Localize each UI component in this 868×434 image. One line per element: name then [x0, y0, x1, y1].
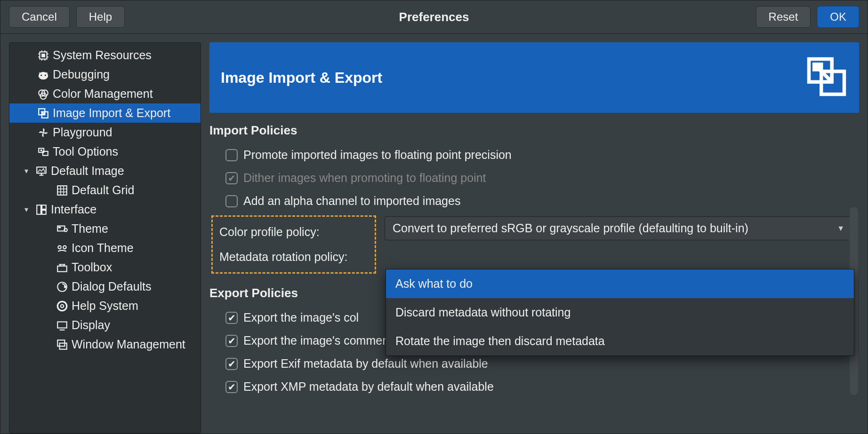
alpha-label: Add an alpha channel to imported images [243, 194, 460, 208]
reset-button[interactable]: Reset [756, 6, 811, 28]
toolbox-icon [56, 261, 69, 274]
sidebar-item-label: Color Management [53, 87, 153, 101]
grid-icon [56, 184, 69, 197]
dialog-defaults-icon [56, 280, 69, 293]
sidebar-item-interface[interactable]: ▾ Interface [9, 200, 201, 219]
color-circles-icon [37, 87, 50, 101]
dither-row: Dither images when promoting to floating… [209, 166, 857, 189]
svg-point-39 [64, 285, 66, 287]
sidebar-item-label: Window Management [72, 338, 185, 351]
svg-rect-24 [57, 186, 67, 195]
content-area: Import Policies Promote imported images … [209, 113, 859, 434]
metadata-rotation-dropdown: Ask what to do Discard metadata without … [386, 269, 854, 356]
export-xmp-checkbox[interactable] [225, 381, 238, 393]
sidebar-item-label: Playground [53, 126, 112, 139]
sidebar-item-color-management[interactable]: Color Management [9, 84, 201, 103]
tool-options-icon [37, 145, 50, 158]
svg-rect-34 [58, 227, 60, 228]
sidebar-item-label: Theme [72, 222, 108, 236]
ok-button[interactable]: OK [817, 6, 859, 28]
chevron-down-icon: ▼ [837, 224, 844, 233]
sidebar-item-playground[interactable]: Playground [9, 123, 201, 142]
alpha-row[interactable]: Add an alpha channel to imported images [209, 189, 857, 213]
svg-point-36 [63, 245, 66, 249]
promote-row[interactable]: Promote imported images to floating poin… [209, 143, 857, 166]
svg-point-33 [64, 228, 67, 231]
sidebar-item-label: Help System [72, 299, 138, 313]
svg-point-11 [40, 74, 42, 76]
chip-icon [37, 49, 50, 62]
color-profile-combo[interactable]: Convert to preferred sRGB or grayscale p… [385, 216, 852, 240]
help-button[interactable]: Help [76, 6, 125, 28]
sidebar-item-toolbox[interactable]: Toolbox [9, 258, 201, 277]
svg-rect-48 [812, 63, 823, 71]
sidebar-item-display[interactable]: Display [9, 316, 201, 335]
interface-icon [35, 203, 48, 216]
sidebar-item-label: Image Import & Export [53, 106, 170, 120]
export-comment-checkbox[interactable] [225, 335, 238, 347]
policy-highlight: Color profile policy: Metadata rotation … [211, 215, 376, 274]
sidebar-item-label: System Resources [53, 48, 152, 62]
export-color-checkbox[interactable] [225, 312, 238, 324]
sidebar-item-label: Icon Theme [72, 241, 134, 255]
sidebar-item-default-grid[interactable]: Default Grid [9, 181, 201, 200]
dropdown-option-discard[interactable]: Discard metadata without rotating [386, 298, 854, 327]
sidebar-item-label: Default Image [51, 164, 124, 178]
cancel-button[interactable]: Cancel [9, 6, 70, 28]
dither-checkbox [225, 172, 238, 184]
display-icon [56, 319, 69, 332]
export-color-label: Export the image's col [243, 311, 359, 324]
sidebar-item-tool-options[interactable]: Tool Options [9, 142, 201, 161]
monitor-icon [35, 165, 48, 178]
promote-checkbox[interactable] [225, 149, 238, 161]
svg-rect-31 [42, 210, 46, 214]
svg-rect-1 [42, 54, 45, 57]
dialog-title: Preferences [399, 10, 469, 24]
svg-point-41 [61, 304, 64, 308]
svg-point-35 [58, 245, 61, 249]
dropdown-option-ask[interactable]: Ask what to do [386, 269, 854, 298]
sidebar-item-label: Display [72, 318, 110, 332]
sidebar-item-debugging[interactable]: Debugging [9, 65, 201, 84]
sidebar-item-label: Dialog Defaults [72, 280, 152, 293]
help-system-icon [56, 300, 69, 313]
expander-icon: ▾ [24, 166, 32, 175]
svg-rect-29 [37, 205, 41, 214]
sidebar-item-system-resources[interactable]: System Resources [9, 46, 201, 65]
sidebar-item-theme[interactable]: Theme [9, 219, 201, 238]
export-exif-checkbox[interactable] [225, 358, 238, 370]
svg-point-12 [44, 74, 46, 76]
promote-label: Promote imported images to floating poin… [243, 148, 512, 162]
sidebar-item-dialog-defaults[interactable]: Dialog Defaults [9, 277, 201, 296]
sidebar-item-icon-theme[interactable]: Icon Theme [9, 238, 201, 258]
preferences-window: Cancel Help Preferences Reset OK System … [0, 0, 868, 434]
svg-point-40 [57, 301, 67, 311]
sidebar-item-label: Interface [51, 203, 96, 216]
export-exif-label: Export Exif metadata by default when ava… [243, 357, 488, 371]
sidebar-item-help-system[interactable]: Help System [9, 296, 201, 316]
wilber-icon [37, 68, 50, 81]
theme-icon [56, 222, 69, 236]
sidebar-item-window-management[interactable]: Window Management [9, 335, 201, 354]
export-xmp-row[interactable]: Export XMP metadata by default when avai… [209, 375, 857, 398]
window-management-icon [56, 338, 69, 351]
alpha-checkbox[interactable] [225, 195, 238, 207]
import-export-icon [37, 107, 50, 120]
dropdown-option-rotate[interactable]: Rotate the image then discard metadata [386, 327, 854, 355]
titlebar: Cancel Help Preferences Reset OK [0, 0, 868, 34]
page-title: Image Import & Export [221, 69, 382, 87]
dither-label: Dither images when promoting to floating… [243, 171, 486, 185]
sidebar-item-label: Debugging [53, 68, 110, 81]
category-sidebar: System Resources Debugging Color Managem… [9, 42, 201, 434]
sidebar-item-label: Toolbox [72, 260, 112, 274]
main-header: Image Import & Export [209, 42, 859, 113]
metadata-rotation-label: Metadata rotation policy: [219, 250, 347, 264]
import-export-large-icon [805, 55, 848, 100]
sidebar-item-image-import-export[interactable]: Image Import & Export [9, 103, 201, 123]
sidebar-item-label: Tool Options [53, 145, 118, 158]
color-profile-value: Convert to preferred sRGB or grayscale p… [393, 221, 748, 235]
main-panel: Image Import & Export Import Policies Pr… [209, 42, 859, 434]
svg-rect-30 [42, 205, 46, 209]
sidebar-item-default-image[interactable]: ▾ Default Image [9, 161, 201, 181]
color-profile-label: Color profile policy: [219, 225, 320, 239]
